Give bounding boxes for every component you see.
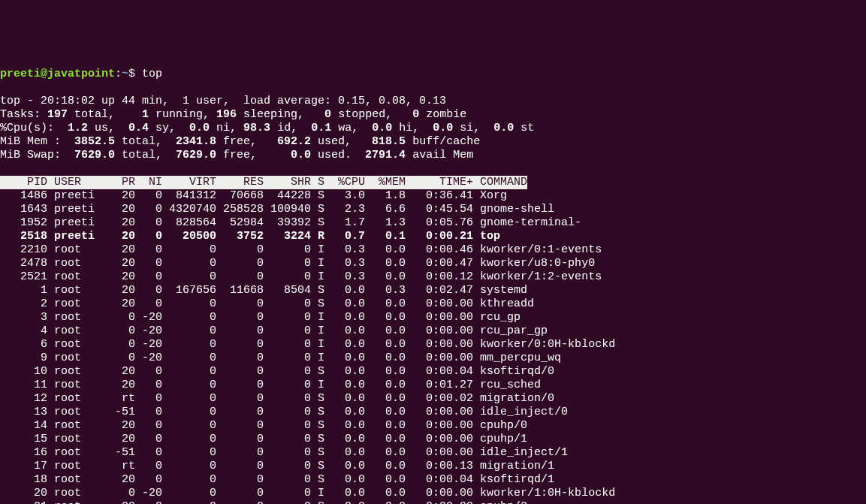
process-row: 12 root rt 0 0 0 0 S 0.0 0.0 0:00.02 mig… xyxy=(0,392,866,406)
mem-label: MiB Mem : xyxy=(0,135,61,148)
process-row: 2521 root 20 0 0 0 0 I 0.3 0.0 0:00.12 k… xyxy=(0,270,866,284)
process-row: 1 root 20 0 167656 11668 8504 S 0.0 0.3 … xyxy=(0,284,866,297)
process-row: 9 root 0 -20 0 0 0 I 0.0 0.0 0:00.00 mm_… xyxy=(0,352,866,365)
tasks-stopped: 0 xyxy=(311,108,338,121)
process-row: 2478 root 20 0 0 0 0 I 0.3 0.0 0:00.47 k… xyxy=(0,257,866,270)
process-table-header: PID USER PR NI VIRT RES SHR S %CPU %MEM … xyxy=(0,176,527,189)
tasks-label: Tasks: xyxy=(0,108,41,121)
process-row: 3 root 0 -20 0 0 0 I 0.0 0.0 0:00.00 rcu… xyxy=(0,311,866,324)
swap-label: MiB Swap: xyxy=(0,149,61,161)
tasks-zombie: 0 xyxy=(399,108,426,121)
top-summary-line1: top - 20:18:02 up 44 min, 1 user, load a… xyxy=(0,95,446,107)
cpu-label: %Cpu(s): xyxy=(0,122,54,134)
process-row: 2210 root 20 0 0 0 0 I 0.3 0.0 0:00.46 k… xyxy=(0,243,866,257)
process-row: 18 root 20 0 0 0 0 S 0.0 0.0 0:00.04 kso… xyxy=(0,473,866,487)
process-row: 20 root 0 -20 0 0 0 I 0.0 0.0 0:00.00 kw… xyxy=(0,487,866,500)
prompt-dollar: $ xyxy=(128,68,135,80)
process-row: 17 root rt 0 0 0 0 S 0.0 0.0 0:00.13 mig… xyxy=(0,460,866,473)
process-row: 4 root 0 -20 0 0 0 I 0.0 0.0 0:00.00 rcu… xyxy=(0,324,866,338)
prompt-user: preeti@javatpoint xyxy=(0,68,115,80)
process-row: 11 root 20 0 0 0 0 I 0.0 0.0 0:01.27 rcu… xyxy=(0,379,866,392)
process-row: 14 root 20 0 0 0 0 S 0.0 0.0 0:00.00 cpu… xyxy=(0,419,866,433)
process-row: 2518 preeti 20 0 20500 3752 3224 R 0.7 0… xyxy=(0,230,866,243)
process-row: 21 root 20 0 0 0 0 S 0.0 0.0 0:00.00 cpu… xyxy=(0,500,866,504)
process-row: 16 root -51 0 0 0 0 S 0.0 0.0 0:00.00 id… xyxy=(0,446,866,460)
process-row: 10 root 20 0 0 0 0 S 0.0 0.0 0:00.04 kso… xyxy=(0,365,866,379)
tasks-sleeping: 196 xyxy=(216,108,243,121)
process-row: 1643 preeti 20 0 4320740 258528 100940 S… xyxy=(0,203,866,216)
tasks-total: 197 xyxy=(41,108,74,121)
process-row: 6 root 0 -20 0 0 0 I 0.0 0.0 0:00.00 kwo… xyxy=(0,338,866,352)
process-row: 15 root 20 0 0 0 0 S 0.0 0.0 0:00.00 cpu… xyxy=(0,433,866,446)
terminal-output[interactable]: preeti@javatpoint:~$ top top - 20:18:02 … xyxy=(0,54,866,504)
prompt-sep: : xyxy=(115,68,122,80)
tasks-running: 1 xyxy=(128,108,155,121)
process-row: 1952 preeti 20 0 828564 52984 39392 S 1.… xyxy=(0,216,866,230)
process-row: 13 root -51 0 0 0 0 S 0.0 0.0 0:00.00 id… xyxy=(0,406,866,419)
process-list: 1486 preeti 20 0 841312 70668 44228 S 3.… xyxy=(0,189,866,504)
process-row: 1486 preeti 20 0 841312 70668 44228 S 3.… xyxy=(0,189,866,203)
typed-command: top xyxy=(142,68,162,80)
prompt-path: ~ xyxy=(122,68,128,80)
process-row: 2 root 20 0 0 0 0 S 0.0 0.0 0:00.00 kthr… xyxy=(0,297,866,311)
